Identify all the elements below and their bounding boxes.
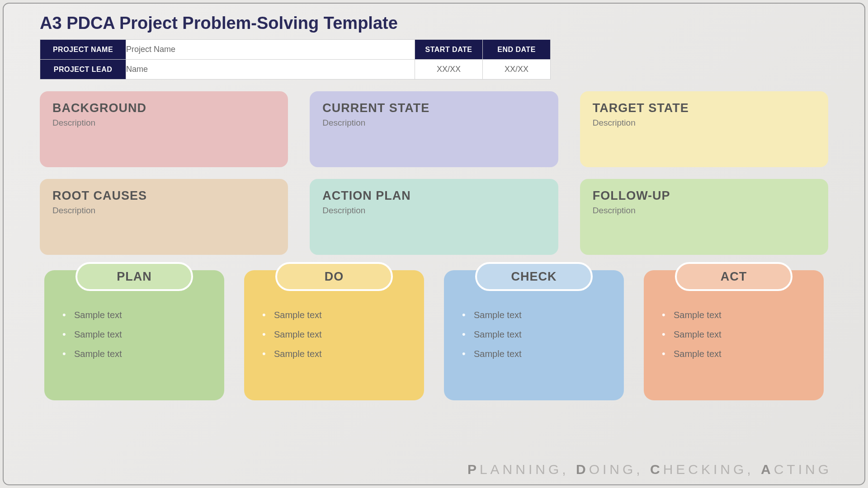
- card-desc: Description: [593, 206, 816, 216]
- list-item: Sample text: [661, 344, 809, 364]
- list-item: Sample text: [61, 325, 210, 344]
- list-item: Sample text: [461, 344, 609, 364]
- template-frame: A3 PDCA Project Problem-Solving Template…: [3, 3, 865, 485]
- card-follow-up[interactable]: FOLLOW-UP Description: [580, 179, 828, 255]
- list-item: Sample text: [61, 344, 210, 364]
- list-item: Sample text: [261, 325, 410, 344]
- list-item: Sample text: [61, 305, 210, 325]
- card-target-state[interactable]: TARGET STATE Description: [580, 91, 828, 167]
- project-lead-label: PROJECT LEAD: [40, 60, 126, 80]
- list-item: Sample text: [661, 305, 809, 325]
- info-cards-grid: BACKGROUND Description CURRENT STATE Des…: [40, 91, 828, 255]
- pdca-do-list: Sample text Sample text Sample text: [261, 305, 410, 364]
- pdca-check[interactable]: CHECK Sample text Sample text Sample tex…: [444, 270, 624, 400]
- project-meta-table: PROJECT NAME Project Name START DATE END…: [40, 39, 551, 80]
- pdca-check-list: Sample text Sample text Sample text: [461, 305, 609, 364]
- card-desc: Description: [322, 118, 545, 128]
- pdca-act-list: Sample text Sample text Sample text: [661, 305, 809, 364]
- end-date-value[interactable]: XX/XX: [483, 60, 551, 80]
- card-action-plan[interactable]: ACTION PLAN Description: [310, 179, 558, 255]
- pdca-do-pill: DO: [275, 262, 393, 291]
- start-date-value[interactable]: XX/XX: [415, 60, 483, 80]
- list-item: Sample text: [461, 305, 609, 325]
- list-item: Sample text: [461, 325, 609, 344]
- start-date-label: START DATE: [415, 40, 483, 60]
- list-item: Sample text: [661, 325, 809, 344]
- card-current-state[interactable]: CURRENT STATE Description: [310, 91, 558, 167]
- list-item: Sample text: [261, 305, 410, 325]
- pdca-plan-list: Sample text Sample text Sample text: [61, 305, 210, 364]
- card-title: BACKGROUND: [52, 101, 275, 115]
- pdca-row: PLAN Sample text Sample text Sample text…: [44, 270, 824, 400]
- end-date-label: END DATE: [483, 40, 551, 60]
- page-title: A3 PDCA Project Problem-Solving Template: [40, 14, 833, 33]
- pdca-act-pill: ACT: [675, 262, 793, 291]
- pdca-plan-pill: PLAN: [75, 262, 193, 291]
- card-desc: Description: [52, 206, 275, 216]
- card-desc: Description: [322, 206, 545, 216]
- card-background[interactable]: BACKGROUND Description: [40, 91, 288, 167]
- card-title: ROOT CAUSES: [52, 189, 275, 203]
- project-name-label: PROJECT NAME: [40, 40, 126, 60]
- project-name-value[interactable]: Project Name: [126, 40, 415, 60]
- card-desc: Description: [593, 118, 816, 128]
- card-title: FOLLOW-UP: [593, 189, 816, 203]
- pdca-act[interactable]: ACT Sample text Sample text Sample text: [644, 270, 824, 400]
- footer-tagline: PLANNING, DOING, CHECKING, ACTING: [35, 457, 833, 479]
- pdca-do[interactable]: DO Sample text Sample text Sample text: [244, 270, 424, 400]
- project-lead-value[interactable]: Name: [126, 60, 415, 80]
- card-root-causes[interactable]: ROOT CAUSES Description: [40, 179, 288, 255]
- list-item: Sample text: [261, 344, 410, 364]
- card-title: ACTION PLAN: [322, 189, 545, 203]
- pdca-check-pill: CHECK: [475, 262, 593, 291]
- pdca-plan[interactable]: PLAN Sample text Sample text Sample text: [44, 270, 224, 400]
- card-desc: Description: [52, 118, 275, 128]
- card-title: CURRENT STATE: [322, 101, 545, 115]
- card-title: TARGET STATE: [593, 101, 816, 115]
